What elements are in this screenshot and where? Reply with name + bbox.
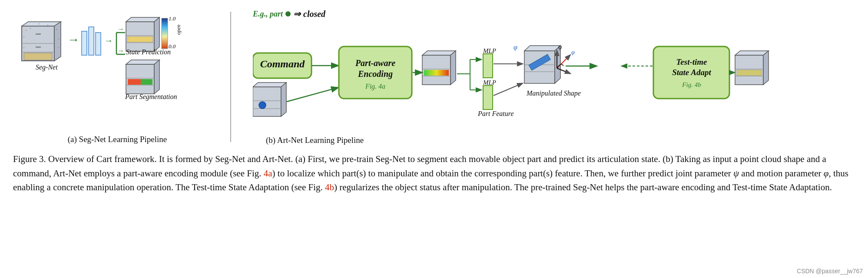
svg-rect-68 bbox=[424, 70, 449, 76]
svg-point-13 bbox=[56, 29, 57, 30]
svg-text:φ: φ bbox=[571, 49, 575, 56]
svg-rect-7 bbox=[36, 46, 41, 48]
svg-rect-83 bbox=[524, 51, 555, 83]
closed-text: closed bbox=[303, 9, 325, 19]
svg-rect-6 bbox=[36, 33, 41, 35]
svg-line-58 bbox=[287, 88, 338, 102]
svg-text:MLP: MLP bbox=[483, 47, 496, 54]
diagram-row: → → → → bbox=[13, 4, 855, 145]
svg-marker-30 bbox=[126, 17, 159, 22]
svg-text:Part Feature: Part Feature bbox=[477, 110, 514, 117]
eg-part-label: E.g., part ⇒ closed bbox=[253, 9, 325, 19]
svg-text:1.0: 1.0 bbox=[169, 15, 176, 22]
svg-line-82 bbox=[494, 83, 522, 96]
svg-rect-46 bbox=[141, 79, 152, 85]
svg-point-14 bbox=[58, 39, 59, 40]
svg-text:State Prediction: State Prediction bbox=[126, 48, 171, 56]
segnet-svg: → → → → bbox=[17, 9, 217, 135]
svg-point-15 bbox=[58, 47, 59, 48]
svg-point-9 bbox=[26, 30, 27, 31]
svg-rect-81 bbox=[483, 86, 493, 109]
svg-marker-54 bbox=[281, 83, 286, 116]
svg-text:Fig. 4b: Fig. 4b bbox=[682, 81, 701, 88]
panel-divider bbox=[230, 12, 231, 142]
svg-rect-21 bbox=[96, 33, 101, 55]
svg-rect-8 bbox=[24, 53, 52, 60]
svg-marker-31 bbox=[154, 17, 159, 51]
left-panel: → → → → bbox=[13, 9, 222, 144]
watermark: CSDN @passer__jw767 bbox=[797, 268, 863, 275]
svg-text:→: → bbox=[117, 47, 124, 54]
svg-marker-65 bbox=[451, 51, 456, 85]
figure-caption: Figure 3. Overview of Cart framework. It… bbox=[13, 152, 855, 195]
svg-point-12 bbox=[47, 25, 48, 26]
svg-text:ψ: ψ bbox=[558, 44, 562, 50]
svg-text:Fig. 4a: Fig. 4a bbox=[365, 83, 385, 90]
svg-text:φ: φ bbox=[514, 43, 517, 51]
svg-text:MLP: MLP bbox=[483, 79, 496, 86]
svg-text:Command: Command bbox=[260, 58, 305, 70]
eg-text: E.g., part bbox=[253, 10, 283, 19]
svg-text:Part-aware: Part-aware bbox=[355, 58, 395, 68]
figure-caption-text: Figure 3. Overview of Cart framework. It… bbox=[13, 154, 848, 192]
svg-marker-84 bbox=[524, 46, 560, 51]
fig-4b-link[interactable]: 4b bbox=[325, 182, 334, 192]
svg-marker-104 bbox=[763, 51, 769, 85]
svg-text:Seg-Net: Seg-Net bbox=[36, 63, 58, 71]
svg-text:→: → bbox=[117, 25, 124, 33]
svg-rect-34 bbox=[128, 36, 152, 42]
svg-marker-42 bbox=[154, 60, 159, 94]
svg-marker-64 bbox=[422, 51, 456, 55]
svg-marker-53 bbox=[253, 83, 286, 87]
svg-rect-107 bbox=[737, 70, 762, 76]
svg-text:Encoding: Encoding bbox=[358, 69, 393, 79]
left-panel-caption: (a) Seg-Net Learning Pipeline bbox=[13, 135, 222, 144]
fig-4a-link[interactable]: 4a bbox=[264, 168, 272, 179]
svg-point-16 bbox=[23, 47, 24, 48]
svg-text:→: → bbox=[104, 36, 113, 45]
svg-rect-19 bbox=[82, 31, 87, 55]
svg-text:Part Segmentation: Part Segmentation bbox=[125, 93, 177, 101]
svg-marker-3 bbox=[54, 22, 61, 61]
svg-text:State Adapt: State Adapt bbox=[672, 68, 711, 77]
svg-text:Test-time: Test-time bbox=[676, 57, 707, 66]
right-panel-caption: (b) Art-Net Learning Pipeline bbox=[253, 136, 364, 145]
svg-marker-41 bbox=[126, 60, 159, 64]
svg-rect-45 bbox=[128, 79, 141, 85]
svg-text:→: → bbox=[67, 33, 80, 46]
right-panel: E.g., part ⇒ closed bbox=[240, 9, 855, 145]
svg-marker-103 bbox=[735, 51, 769, 55]
svg-text:open: open bbox=[176, 25, 182, 35]
svg-point-11 bbox=[39, 23, 40, 24]
svg-text:Manipulated Shape: Manipulated Shape bbox=[526, 89, 581, 97]
artnet-svg: Command Part-aware Enc bbox=[253, 23, 839, 136]
svg-rect-76 bbox=[483, 54, 493, 78]
svg-point-17 bbox=[23, 36, 24, 37]
double-arrow: ⇒ bbox=[293, 9, 301, 19]
figure-container: → → → → bbox=[0, 0, 868, 199]
svg-rect-35 bbox=[162, 18, 168, 49]
svg-rect-52 bbox=[253, 87, 281, 116]
svg-point-10 bbox=[30, 28, 31, 29]
svg-point-57 bbox=[259, 102, 266, 109]
part-dot bbox=[285, 11, 291, 17]
svg-rect-20 bbox=[89, 27, 94, 55]
svg-marker-85 bbox=[555, 46, 560, 83]
